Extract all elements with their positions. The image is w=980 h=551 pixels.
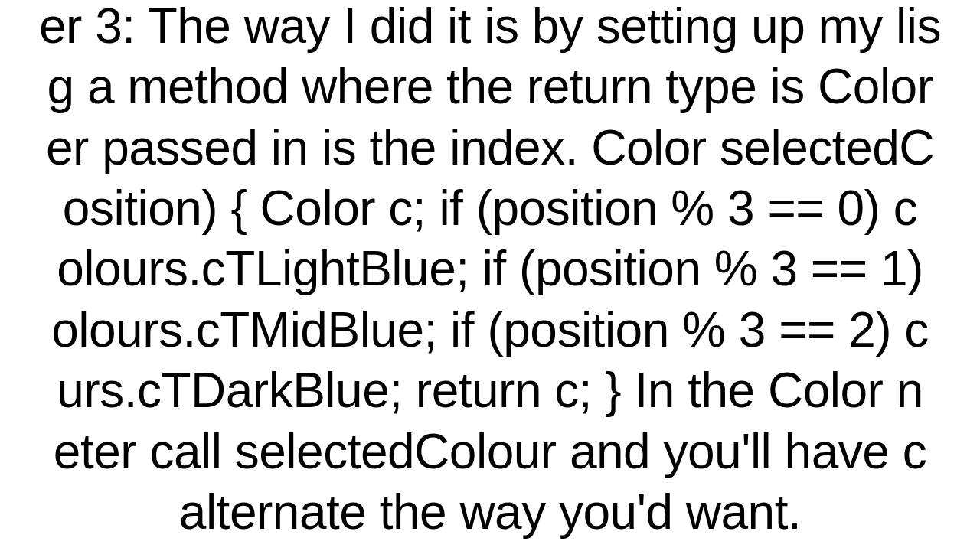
text-line-5: olours.cTLightBlue; if (position % 3 == …: [57, 241, 923, 296]
text-line-6: olours.cTMidBlue; if (position % 3 == 2)…: [51, 302, 929, 357]
text-line-8: eter call selectedColour and you'll have…: [54, 424, 926, 479]
text-line-9: alternate the way you'd want.: [179, 484, 801, 540]
text-line-4: osition) { Color c; if (position % 3 == …: [63, 181, 917, 236]
text-line-2: g a method where the return type is Colo…: [47, 59, 933, 114]
text-line-1: er 3: The way I did it is by setting up …: [39, 0, 941, 54]
text-line-3: er passed in is the index. Color selecte…: [46, 120, 934, 175]
text-line-7: urs.cTDarkBlue; return c; } In the Color…: [57, 363, 923, 418]
answer-text-block: er 3: The way I did it is by setting up …: [0, 0, 980, 543]
